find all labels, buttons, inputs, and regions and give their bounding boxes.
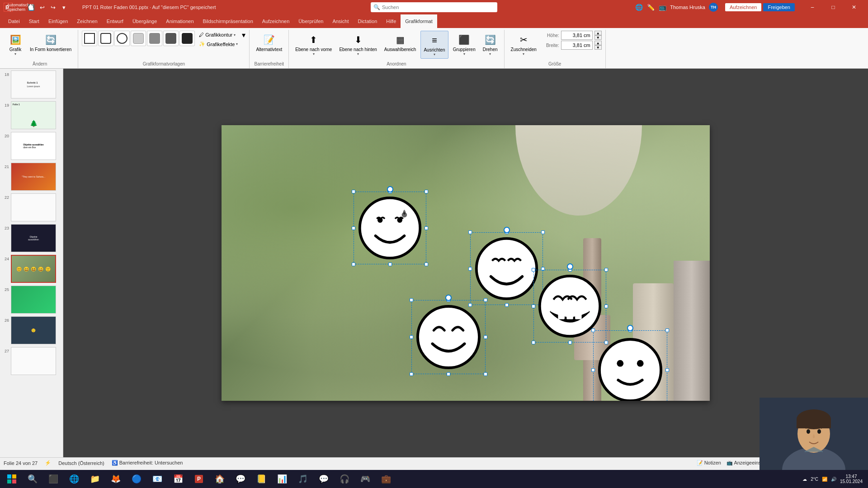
handle-bl-3[interactable]	[532, 341, 535, 344]
tab-zeichnen[interactable]: Zeichnen	[72, 14, 102, 28]
handle-tl-2[interactable]	[468, 230, 472, 234]
search-input[interactable]	[382, 5, 495, 10]
handle-br-4[interactable]	[484, 372, 487, 376]
taskbar-clock[interactable]: 13:47 15.01.2024	[840, 474, 863, 484]
slide-img-19[interactable]: Folie 1 🌲	[11, 101, 56, 129]
preset-6[interactable]	[163, 31, 179, 46]
smiley-5[interactable]	[597, 334, 664, 401]
inform-btn[interactable]: 🔄 In Form konvertieren	[27, 31, 74, 54]
calendar-btn[interactable]: 📅	[168, 471, 188, 487]
freigeben-btn[interactable]: Freigeben	[763, 3, 795, 11]
slide-img-21[interactable]: "They went to Sahara...	[11, 163, 56, 191]
rotate-handle-5[interactable]	[627, 325, 633, 331]
slide-img-26[interactable]: 🙂	[11, 316, 56, 344]
preset-4[interactable]	[131, 31, 146, 46]
handle-br-1[interactable]	[425, 263, 428, 266]
slide-thumb-24[interactable]: 24 😊 😄 😆 😀 🙂	[2, 255, 61, 283]
handle-mr-4[interactable]	[484, 335, 487, 339]
slide-thumb-20[interactable]: 20 Objekte auswählen über ein Box	[2, 132, 61, 160]
grafik-btn[interactable]: 🖼️ Grafik ▾	[5, 31, 25, 58]
tab-ueberpruefen[interactable]: Überprüfen	[294, 14, 328, 28]
app14-btn[interactable]: 💼	[376, 471, 396, 487]
minimize-btn[interactable]: –	[802, 0, 823, 14]
app13-btn[interactable]: 🎮	[355, 471, 375, 487]
preset-3[interactable]	[114, 31, 130, 46]
slide-img-18[interactable]: Schritt 1 Lorem ipsum	[11, 70, 56, 99]
handle-mr-1[interactable]	[425, 226, 428, 230]
handle-bc-4[interactable]	[447, 372, 450, 376]
app12-btn[interactable]: 🎧	[335, 471, 354, 487]
tab-einfuegen[interactable]: Einfügen	[44, 14, 72, 28]
close-btn[interactable]: ✕	[844, 0, 864, 14]
notizen-btn[interactable]: 📝 Notizen	[697, 460, 721, 466]
rotate-handle-2[interactable]	[504, 227, 510, 233]
smiley-2[interactable]	[474, 236, 539, 301]
handle-tr-5[interactable]	[665, 328, 669, 332]
firefox-btn[interactable]: 🦊	[106, 471, 126, 487]
hohe-up[interactable]: ▲	[594, 31, 602, 35]
slide-img-20[interactable]: Objekte auswählen über ein Box	[11, 132, 56, 160]
rotate-handle-1[interactable]	[387, 186, 393, 192]
handle-ml-2[interactable]	[468, 267, 472, 271]
handle-bc-1[interactable]	[388, 263, 392, 266]
tab-animationen[interactable]: Animationen	[161, 14, 198, 28]
tab-dictation[interactable]: Dictation	[353, 14, 382, 28]
slide-thumb-21[interactable]: 21 "They went to Sahara...	[2, 163, 61, 191]
format-expand-btn[interactable]: ▾	[242, 31, 245, 39]
slide-content[interactable]	[222, 125, 710, 401]
drehen-btn[interactable]: 🔄 Drehen ▾	[480, 31, 500, 58]
handle-ml-1[interactable]	[352, 226, 355, 230]
ebene-vorne-btn[interactable]: ⬆ Ebene nach vorne ▾	[292, 31, 335, 58]
mail-btn[interactable]: 📧	[147, 471, 167, 487]
handle-bc-2[interactable]	[505, 303, 509, 307]
tab-bildschirm[interactable]: Bildschirmpräsentation	[198, 14, 258, 28]
handle-ml-4[interactable]	[410, 335, 413, 339]
rotate-handle-3[interactable]	[567, 263, 573, 270]
breite-input[interactable]	[561, 41, 593, 50]
gruppieren-btn[interactable]: ⬛ Gruppieren ▾	[450, 31, 478, 58]
aufzeichnen-btn[interactable]: Aufzeichnen	[725, 3, 762, 11]
ebene-hinten-btn[interactable]: ⬇ Ebene nach hinten ▾	[336, 31, 379, 58]
preset-5[interactable]	[147, 31, 162, 46]
slide-thumb-19[interactable]: 19 Folie 1 🌲	[2, 101, 61, 129]
handle-bl-4[interactable]	[410, 372, 413, 376]
zuschneiden-btn[interactable]: ✂ Zuschneiden ▾	[508, 31, 539, 58]
slide-thumb-26[interactable]: 26 🙂	[2, 316, 61, 344]
slide-thumb-27[interactable]: 27	[2, 347, 61, 375]
redo-btn[interactable]: ↪	[48, 2, 58, 12]
tab-uebergaenge[interactable]: Übergänge	[128, 14, 161, 28]
alternativtext-btn[interactable]: 📝 Alternativtext	[253, 31, 285, 54]
undo-btn[interactable]: ↩	[37, 2, 47, 12]
onenote-btn[interactable]: 📒	[251, 471, 271, 487]
tab-aufzeichnen[interactable]: Aufzeichnen	[258, 14, 294, 28]
tab-start[interactable]: Start	[24, 14, 44, 28]
search-taskbar-btn[interactable]: 🔍	[23, 471, 42, 487]
handle-tl-3[interactable]	[532, 268, 535, 272]
app9-btn[interactable]: 📊	[272, 471, 292, 487]
maximize-btn[interactable]: □	[823, 0, 844, 14]
handle-bl-1[interactable]	[352, 263, 355, 266]
search-box[interactable]: 🔍	[371, 2, 497, 12]
teams-btn[interactable]: 💬	[231, 471, 250, 487]
slide-thumb-23[interactable]: 23 Objekteauswählen	[2, 224, 61, 252]
slide-img-23[interactable]: Objekteauswählen	[11, 224, 56, 252]
ausrichten-btn[interactable]: ≡ Ausrichten ▾	[420, 31, 448, 59]
slide-img-27[interactable]	[11, 347, 56, 375]
edge-btn[interactable]: 🌐	[64, 471, 84, 487]
smiley-4[interactable]	[415, 304, 482, 371]
handle-tl-4[interactable]	[410, 298, 413, 302]
handle-tr-2[interactable]	[541, 230, 545, 234]
preset-2[interactable]	[98, 31, 113, 46]
powerpoint-taskbar-btn[interactable]: P	[189, 471, 209, 487]
quickaccess-more[interactable]: ▾	[59, 2, 69, 12]
rotate-handle-4[interactable]	[445, 295, 452, 301]
hohe-down[interactable]: ▼	[594, 35, 602, 40]
handle-ml-5[interactable]	[591, 368, 595, 372]
tab-hilfe[interactable]: Hilfe	[382, 14, 401, 28]
tab-ansicht[interactable]: Ansicht	[328, 14, 353, 28]
handle-bc-3[interactable]	[568, 341, 572, 344]
hohe-input[interactable]	[561, 31, 593, 40]
breite-down[interactable]: ▼	[594, 45, 602, 50]
preset-7[interactable]	[179, 31, 195, 46]
tab-grafikformat[interactable]: Grafikformat	[401, 14, 437, 28]
